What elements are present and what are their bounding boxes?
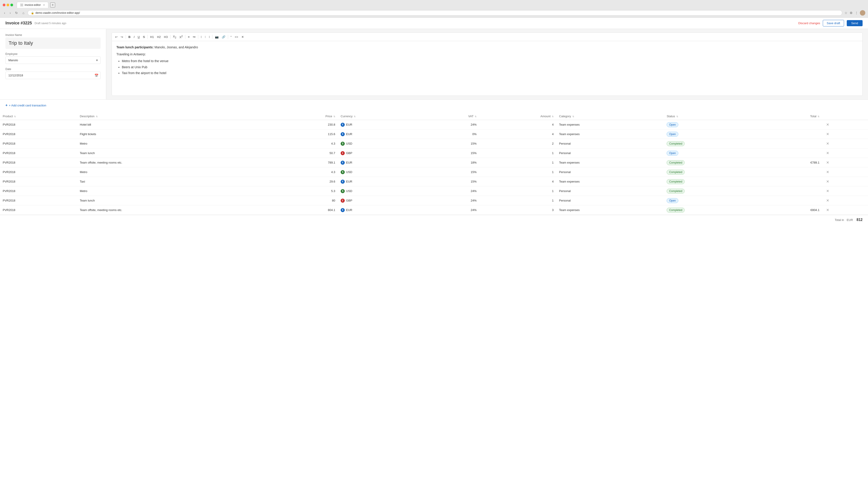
- extensions-button[interactable]: ⚙: [849, 11, 853, 15]
- cell-amount-4: 1: [479, 158, 556, 167]
- cell-vat-0: 24%: [423, 120, 479, 129]
- toolbar-divider-3: [170, 35, 170, 39]
- forward-button[interactable]: ›: [8, 11, 12, 15]
- cell-product-3: PVR2018: [0, 149, 77, 158]
- cell-category-4: Team expenses: [556, 158, 664, 167]
- blockquote-button[interactable]: “: [229, 35, 233, 39]
- delete-row-button-5[interactable]: ✕: [825, 169, 831, 175]
- strikethrough-button[interactable]: S: [142, 35, 146, 39]
- bookmark-button[interactable]: ☆: [844, 11, 848, 15]
- window-minimize-dot[interactable]: [6, 4, 9, 6]
- invoice-name-input[interactable]: [5, 37, 101, 49]
- undo-button[interactable]: ↩: [114, 35, 119, 39]
- delete-row-button-7[interactable]: ✕: [825, 188, 831, 194]
- underline-button[interactable]: U: [136, 35, 141, 39]
- ordered-list-button[interactable]: ≡: [186, 35, 191, 39]
- refresh-button[interactable]: ↻: [14, 11, 19, 15]
- editor-content[interactable]: Team lunch participants: Manolo, Joonas,…: [112, 41, 862, 81]
- italic-button[interactable]: I: [132, 35, 136, 39]
- cell-delete-3[interactable]: ✕: [822, 149, 868, 158]
- cell-delete-6[interactable]: ✕: [822, 177, 868, 186]
- window-close-dot[interactable]: [3, 4, 5, 6]
- editor-list-item-1: Metro from the hotel to the venue: [122, 59, 858, 64]
- align-center-button[interactable]: ⁝: [204, 35, 207, 39]
- employee-select[interactable]: Manolo: [5, 57, 101, 64]
- cell-delete-1[interactable]: ✕: [822, 129, 868, 139]
- align-left-button[interactable]: ⁞: [199, 35, 203, 39]
- calendar-icon[interactable]: 📅: [94, 74, 98, 77]
- invoice-name-label: Invoice Name: [5, 33, 101, 37]
- link-button[interactable]: 🔗: [220, 35, 227, 39]
- col-status[interactable]: Status ⇅: [664, 113, 761, 120]
- delete-row-button-3[interactable]: ✕: [825, 151, 831, 156]
- cell-desc-8: Team lunch: [77, 196, 275, 205]
- vat-sort-icon: ⇅: [475, 115, 476, 118]
- col-price[interactable]: Price ⇅: [275, 113, 338, 120]
- cell-desc-0: Hotel bill: [77, 120, 275, 129]
- home-button[interactable]: ⌂: [21, 11, 26, 15]
- bold-button[interactable]: B: [127, 35, 132, 39]
- send-button[interactable]: Send: [847, 20, 863, 26]
- cell-delete-5[interactable]: ✕: [822, 167, 868, 177]
- col-category[interactable]: Category ⇅: [556, 113, 664, 120]
- cell-product-4: PVR2018: [0, 158, 77, 167]
- employee-select-wrapper: Manolo ▼: [5, 57, 101, 64]
- h1-button[interactable]: H1: [149, 35, 155, 39]
- col-vat[interactable]: VAT ⇅: [423, 113, 479, 120]
- unordered-list-button[interactable]: •≡: [191, 35, 197, 39]
- delete-row-button-6[interactable]: ✕: [825, 179, 831, 184]
- employee-field-group: Employee Manolo ▼: [5, 53, 101, 64]
- delete-row-button-4[interactable]: ✕: [825, 160, 831, 165]
- toolbar-divider-4: [185, 35, 185, 39]
- date-input[interactable]: [5, 72, 101, 79]
- col-description[interactable]: Description ⇅: [77, 113, 275, 120]
- back-button[interactable]: ‹: [3, 11, 6, 15]
- align-right-button[interactable]: ⁞: [208, 35, 211, 39]
- cell-currency-3: £ GBP: [338, 149, 423, 158]
- cell-delete-9[interactable]: ✕: [822, 205, 868, 215]
- delete-row-button-2[interactable]: ✕: [825, 141, 831, 146]
- discard-changes-button[interactable]: Discard changes: [798, 22, 820, 25]
- cell-delete-8[interactable]: ✕: [822, 196, 868, 205]
- col-product[interactable]: Product ⇅: [0, 113, 77, 120]
- delete-row-button-9[interactable]: ✕: [825, 207, 831, 213]
- cell-product-0: PVR2018: [0, 120, 77, 129]
- cell-desc-9: Team offsite, meeting rooms etc.: [77, 205, 275, 215]
- superscript-button[interactable]: X2: [178, 34, 184, 39]
- col-total[interactable]: Total ⇅: [761, 113, 822, 120]
- address-bar[interactable]: 🔒 demo.vaadin.com/invoice-editor-app/: [28, 10, 842, 15]
- subscript-button[interactable]: X2: [172, 34, 178, 39]
- h2-button[interactable]: H2: [156, 35, 162, 39]
- cell-delete-0[interactable]: ✕: [822, 120, 868, 129]
- window-maximize-dot[interactable]: [10, 4, 13, 6]
- col-amount[interactable]: Amount ⇅: [479, 113, 556, 120]
- currency-label-8: GBP: [346, 199, 352, 202]
- h3-button[interactable]: H3: [162, 35, 169, 39]
- cell-delete-2[interactable]: ✕: [822, 139, 868, 149]
- save-draft-button[interactable]: Save draft: [823, 20, 844, 26]
- currency-sort-icon: ⇅: [354, 115, 355, 118]
- cell-delete-7[interactable]: ✕: [822, 186, 868, 196]
- cell-category-3: Personal: [556, 149, 664, 158]
- cell-price-5: 4.3: [275, 167, 338, 177]
- table-row: PVR2018 Flight tickets 115.6 € EUR 0% 4 …: [0, 129, 868, 139]
- new-tab-button[interactable]: +: [50, 2, 55, 7]
- cell-total-1: [761, 129, 822, 139]
- col-currency[interactable]: Currency ⇅: [338, 113, 423, 120]
- redo-button[interactable]: ↪: [119, 35, 125, 39]
- browser-tab[interactable]: ⬡ invoice-editor ✕: [17, 2, 49, 8]
- delete-row-button-0[interactable]: ✕: [825, 122, 831, 127]
- delete-row-button-1[interactable]: ✕: [825, 131, 831, 137]
- header-right: Discard changes Save draft Send: [798, 20, 863, 26]
- delete-row-button-8[interactable]: ✕: [825, 198, 831, 203]
- clear-format-button[interactable]: ✕: [240, 35, 245, 39]
- cell-price-7: 5.3: [275, 186, 338, 196]
- add-transaction-button[interactable]: + + Add credit card transaction: [5, 103, 46, 107]
- cell-delete-4[interactable]: ✕: [822, 158, 868, 167]
- code-button[interactable]: <>: [233, 35, 239, 39]
- cell-desc-4: Team offsite, meeting rooms etc.: [77, 158, 275, 167]
- tab-close-button[interactable]: ✕: [43, 4, 45, 6]
- menu-button[interactable]: ⋮: [855, 11, 859, 15]
- image-button[interactable]: 📷: [214, 35, 220, 39]
- cell-amount-9: 3: [479, 205, 556, 215]
